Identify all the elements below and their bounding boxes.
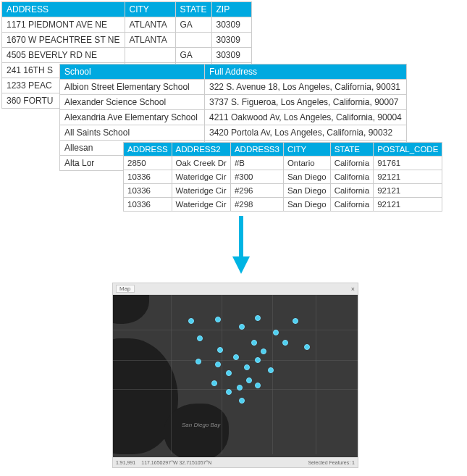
map-point[interactable]	[197, 335, 203, 341]
address-table-3: ADDRESS ADDRESS2 ADDRESS3 CITY STATE POS…	[123, 142, 442, 212]
col-address2: ADDRESS2	[172, 143, 230, 156]
table-row: Albion Street Elementary School322 S. Av…	[60, 80, 407, 95]
svg-marker-1	[232, 256, 250, 274]
map-tab[interactable]: Map	[116, 285, 135, 293]
map-panel: Map × San Diego Bay 1:91,991 117.1650297…	[112, 283, 358, 468]
map-point[interactable]	[237, 385, 243, 391]
water-shape	[164, 404, 229, 457]
map-point[interactable]	[215, 362, 221, 367]
col-city: CITY	[125, 2, 175, 17]
road-line	[113, 330, 358, 330]
water-shape	[113, 295, 149, 324]
map-point[interactable]	[255, 315, 261, 321]
col-address: ADDRESS	[124, 143, 172, 156]
col-school: School	[60, 64, 205, 80]
road-line	[316, 295, 316, 454]
map-point[interactable]	[255, 383, 261, 388]
col-state: STATE	[330, 143, 374, 156]
col-address3: ADDRESS3	[230, 143, 283, 156]
map-status-bar: 1:91,991 117.1650297°W 32.7151057°N Sele…	[113, 457, 358, 467]
road-line	[113, 389, 358, 390]
col-state: STATE	[175, 2, 211, 17]
map-point[interactable]	[261, 348, 266, 354]
status-scale: 1:91,991	[116, 460, 135, 465]
road-line	[113, 360, 358, 361]
map-point[interactable]	[239, 324, 245, 330]
map-point[interactable]	[273, 330, 279, 335]
table-row: 10336Wateridge Cir#298San DiegoCaliforni…	[124, 198, 442, 212]
map-point[interactable]	[255, 357, 261, 363]
map-point[interactable]	[251, 340, 257, 346]
map-point[interactable]	[246, 377, 252, 383]
table-row: 10336Wateridge Cir#300San DiegoCaliforni…	[124, 170, 442, 184]
arrow-down-icon	[230, 216, 252, 274]
col-city: CITY	[283, 143, 330, 156]
table-header-row: ADDRESS ADDRESS2 ADDRESS3 CITY STATE POS…	[124, 143, 442, 156]
table-header-row: School Full Address	[60, 64, 407, 80]
road-line	[222, 295, 222, 454]
col-address: ADDRESS	[2, 2, 125, 17]
table-header-row: ADDRESS CITY STATE ZIP	[2, 2, 252, 17]
map-point[interactable]	[217, 347, 223, 353]
map-point[interactable]	[195, 359, 201, 364]
map-point[interactable]	[282, 340, 288, 346]
table-row: 10336Wateridge Cir#296San DiegoCaliforni…	[124, 184, 442, 198]
map-point[interactable]	[215, 317, 221, 322]
col-postal: POSTAL_CODE	[374, 143, 442, 156]
map-point[interactable]	[233, 354, 239, 360]
status-coords: 117.1650297°W 32.7151057°N	[141, 460, 211, 465]
map-canvas[interactable]: San Diego Bay	[113, 295, 358, 457]
table-row: 2850Oak Creek Dr#BOntarioCalifornia91761	[124, 156, 442, 170]
table-row: 4505 BEVERLY RD NEGA30309	[2, 48, 252, 63]
close-icon[interactable]: ×	[351, 285, 355, 293]
map-point[interactable]	[188, 318, 194, 324]
table-row: Alexandria Ave Elementary School4211 Oak…	[60, 110, 407, 125]
col-full-address: Full Address	[205, 64, 407, 80]
road-line	[171, 295, 172, 454]
table-row: All Saints School3420 Portola Av, Los An…	[60, 125, 407, 141]
status-selected: Selected Features: 1	[308, 460, 355, 465]
map-toolbar: Map ×	[113, 283, 358, 295]
map-point[interactable]	[293, 318, 298, 324]
table-row: Alexander Science School3737 S. Figueroa…	[60, 95, 407, 110]
map-point[interactable]	[226, 370, 232, 376]
map-point[interactable]	[211, 380, 217, 386]
map-point[interactable]	[268, 367, 274, 373]
col-zip: ZIP	[211, 2, 251, 17]
table-row: 1171 PIEDMONT AVE NEATLANTAGA30309	[2, 17, 252, 33]
map-point[interactable]	[304, 344, 310, 350]
table-row: 1670 W PEACHTREE ST NEATLANTA30309	[2, 33, 252, 48]
map-point[interactable]	[226, 389, 232, 395]
road-line	[272, 295, 273, 454]
map-point[interactable]	[244, 364, 250, 370]
bay-label: San Diego Bay	[182, 422, 220, 428]
map-point[interactable]	[239, 398, 245, 404]
